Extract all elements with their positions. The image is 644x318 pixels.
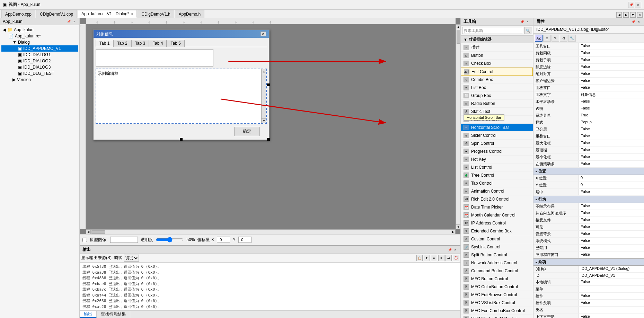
tree-item-dialog[interactable]: ▼ Dialog — [1, 39, 78, 45]
tree-item-app[interactable]: ◀ 📁 App_kulun — [1, 27, 78, 33]
prop-row[interactable]: 已分层False — [533, 126, 644, 133]
prop-row[interactable]: 客户端边缘False — [533, 78, 644, 85]
output-close[interactable]: × — [453, 247, 458, 252]
output-tab-output[interactable]: 输出 — [80, 311, 97, 318]
prop-row[interactable]: 面板窗口False — [533, 85, 644, 91]
prop-row[interactable]: 从右向左阅读顺序False — [533, 210, 644, 217]
prop-row[interactable]: 可见False — [533, 224, 644, 231]
toolbox-item-list-box[interactable]: ≡List Box — [461, 84, 533, 92]
resize-handle-right[interactable] — [267, 83, 270, 86]
prop-row[interactable]: 最小化框False — [533, 154, 644, 161]
dialog-close-button[interactable]: ✕ — [261, 32, 266, 36]
toolbox-item-ip-address[interactable]: IPIP Address Control — [461, 219, 533, 227]
prop-btn-sort-cat[interactable]: ≡ — [543, 35, 551, 42]
tab-scroll-left[interactable]: ◀ — [616, 12, 622, 18]
toolbox-item-spin-control[interactable]: ⟰Spin Control — [461, 140, 533, 148]
prop-btn-sort-alpha[interactable]: AZ — [535, 35, 542, 42]
prop-section[interactable]: ▪位置 — [533, 168, 644, 175]
example-scrollbar[interactable]: ▲ ▼ — [261, 69, 266, 123]
prop-row[interactable]: 接受文件False — [533, 217, 644, 224]
dialog-tab-3[interactable]: Tab 3 — [131, 40, 149, 47]
output-copy[interactable]: 📋 — [416, 255, 423, 261]
toolbox-item-mfc-vslistbox[interactable]: MMFC VSListBox Control — [461, 299, 533, 307]
output-clock[interactable]: ⏰ — [453, 255, 459, 261]
prop-section[interactable]: ▪杂项 — [533, 258, 644, 266]
tab-cdlgdemov1-cpp[interactable]: CDlgDemoV1.cpp — [36, 10, 77, 18]
toolbox-item-list-control[interactable]: ⊞List Control — [461, 164, 533, 171]
prop-row[interactable]: 剪裁同级False — [533, 50, 644, 57]
prop-row[interactable]: 静态边缘False — [533, 64, 644, 71]
prop-row[interactable]: 重叠窗口False — [533, 133, 644, 140]
tree-item-idd-dialog1[interactable]: ▣ IDD_DIALOG1 — [1, 52, 78, 58]
toolbox-item-network-address[interactable]: +Network Address Control — [461, 259, 533, 267]
scrollbar-track[interactable] — [262, 74, 266, 118]
toolbox-section-header[interactable]: ▼ 对话框编辑器 — [461, 36, 533, 43]
toolbox-item-mfc-editbrowse[interactable]: MMFC EditBrowse Control — [461, 291, 533, 299]
toolbox-item-slider-control[interactable]: ⊟Slider Control — [461, 132, 533, 140]
prototype-checkbox[interactable] — [82, 238, 87, 242]
dialog-tab-2[interactable]: Tab 2 — [113, 40, 131, 47]
scrollbar-down-btn[interactable]: ▼ — [262, 118, 266, 123]
toolbox-item-checkbox[interactable]: ☑Check Box — [461, 60, 533, 68]
prototype-label[interactable]: 原型图像: — [90, 237, 107, 243]
tree-item-version[interactable]: ▶ Version — [1, 77, 78, 83]
prop-row[interactable]: 透明False — [533, 105, 644, 112]
tab-appdemo-h[interactable]: AppDemo.h — [175, 10, 204, 18]
tree-item-idd-dlg-test[interactable]: ▣ IDD_DLG_TEST — [1, 70, 78, 77]
panel-close[interactable]: × — [72, 19, 77, 24]
tree-item-idd-appdemo[interactable]: ▣ IDD_APPDEMO_V1 — [1, 45, 78, 52]
tab-appdemo-cpp[interactable]: AppDemo.cpp — [1, 10, 35, 18]
output-source-select[interactable]: 调试 — [124, 255, 139, 262]
minimize-button[interactable]: × — [635, 2, 641, 8]
toolbox-item-radio-button[interactable]: ◎Radio Button — [461, 100, 533, 108]
editor-vscrollbar[interactable]: ▲ ▼ — [456, 24, 460, 229]
toolbox-item-hot-key[interactable]: ⌨Hot Key — [461, 156, 533, 164]
toolbox-item-button[interactable]: □Button — [461, 52, 533, 60]
toolbox-item-month-calendar[interactable]: 📆Month Calendar Control — [461, 211, 533, 219]
output-btn4[interactable]: ≡ — [438, 255, 444, 261]
prop-row[interactable]: IDIDD_APPDEMO_V1 — [533, 273, 644, 279]
prop-row[interactable]: 工具窗口False — [533, 43, 644, 50]
toolbox-item-command-button[interactable]: ACommand Button Control — [461, 267, 533, 275]
vscroll-thumb[interactable] — [457, 30, 460, 44]
tree-item-idd-dialog3[interactable]: ▣ IDD_DIALOG3 — [1, 64, 78, 70]
prop-row[interactable]: 居中False — [533, 189, 644, 196]
dialog-example-area[interactable]: 示例编辑框 ▲ ▼ — [96, 69, 267, 124]
prop-section[interactable]: ▪行为 — [533, 196, 644, 203]
output-btn5[interactable]: ⇌ — [445, 255, 452, 261]
prop-row[interactable]: 水平滚动条False — [533, 98, 644, 105]
output-pin[interactable]: 📌 — [447, 247, 452, 252]
prop-row[interactable]: 本地编辑False — [533, 279, 644, 286]
prop-row[interactable]: 最顶端False — [533, 147, 644, 154]
vscroll-up[interactable]: ▲ — [456, 24, 460, 29]
opacity-slider[interactable] — [156, 237, 184, 242]
resize-handle-bottom-right[interactable] — [267, 138, 270, 141]
prop-row[interactable]: 左侧滚动条False — [533, 161, 644, 168]
toolbox-item-mfc-fontcombo[interactable]: MMFC FontComboBox Control — [461, 307, 533, 315]
tab-dialog-active[interactable]: App_kulun.r...V1 - Dialog* × — [78, 10, 137, 18]
dialog-titlebar[interactable]: 对象信息 ✕ — [94, 30, 269, 38]
toolbox-item-combo-box[interactable]: ▽Combo Box — [461, 76, 533, 84]
toolbox-item-horizontal-scroll-bar[interactable]: ⇔Horizontal Scroll Bar — [461, 124, 533, 132]
tab-close-icon[interactable]: × — [131, 12, 133, 16]
output-btn2[interactable]: ⬆ — [424, 255, 430, 261]
tree-item-rc[interactable]: 📄 App_kulun.rc* — [1, 33, 78, 39]
prototype-image-input[interactable] — [110, 237, 138, 243]
prop-row[interactable]: 最大化框False — [533, 140, 644, 147]
toolbox-item-rich-edit[interactable]: 20Rich Edit 2.0 Control — [461, 195, 533, 203]
toolbox-item-progress-control[interactable]: ▬Progress Control — [461, 148, 533, 156]
toolbox-item-tree-control[interactable]: 🌲Tree Control — [461, 171, 533, 179]
dialog-tab-5[interactable]: Tab 5 — [167, 40, 184, 47]
tree-item-idd-dialog2[interactable]: ▣ IDD_DIALOG2 — [1, 58, 78, 64]
toolbox-item-group-box[interactable]: ⬜Group Box — [461, 92, 533, 100]
prop-row[interactable]: 样式Popup — [533, 119, 644, 126]
toolbox-close[interactable]: × — [525, 19, 530, 24]
output-tab-find[interactable]: 查找符号结果 — [97, 311, 130, 318]
prop-row[interactable]: 设置背景False — [533, 231, 644, 238]
prop-btn-4[interactable]: ⚙ — [560, 35, 567, 42]
hscroll-right[interactable]: ▶ — [451, 230, 456, 235]
tab-menu[interactable]: ▼ — [630, 12, 636, 18]
toolbox-item-extended-combo[interactable]: ▽Extended Combo Box — [461, 227, 533, 235]
prop-row[interactable]: 面板文字对象信息 — [533, 91, 644, 98]
prop-row[interactable]: 应用程序窗口False — [533, 251, 644, 258]
